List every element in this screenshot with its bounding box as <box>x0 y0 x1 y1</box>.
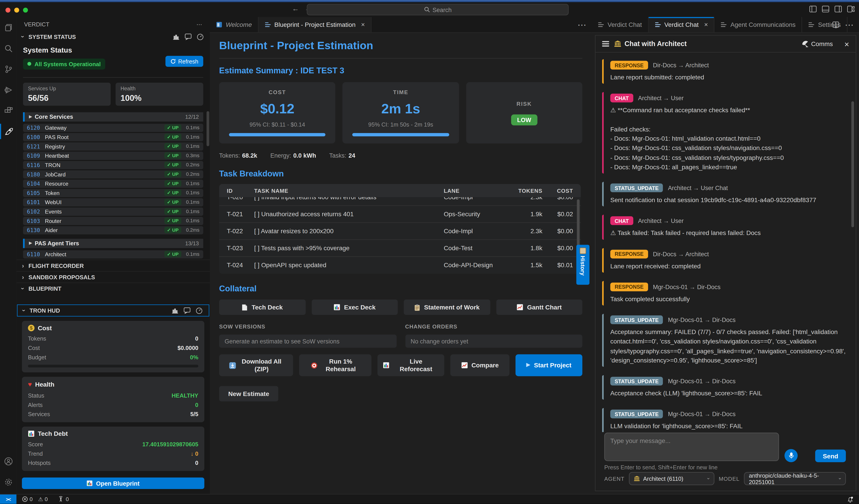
section-flight-recorder[interactable]: › FLIGHT RECORDER <box>16 259 210 271</box>
up-badge: ✓ UP <box>164 199 181 205</box>
errors-indicator[interactable]: 0 <box>22 496 33 502</box>
comment-icon[interactable] <box>183 307 191 314</box>
zoom-window-button[interactable] <box>23 7 28 13</box>
service-row[interactable]: 6121 Registry ✓ UP 0.1ms <box>23 142 204 151</box>
source-control-icon[interactable] <box>0 59 16 79</box>
section-sandbox-proposals[interactable]: › SANDBOX PROPOSALS <box>16 271 210 282</box>
close-icon[interactable]: × <box>844 39 849 48</box>
service-row[interactable]: 6100 PAS Root ✓ UP 0.1ms <box>23 133 204 141</box>
bar-chart-icon[interactable] <box>172 33 180 40</box>
minimize-window-button[interactable] <box>14 7 19 13</box>
compare-button[interactable]: Compare <box>450 354 509 376</box>
comment-icon[interactable] <box>184 33 192 40</box>
message-type-badge: CHAT <box>610 216 633 225</box>
table-row[interactable]: T-024 [ ] OpenAPI spec updated Code-API-… <box>219 256 581 273</box>
section-blueprint[interactable]: › BLUEPRINT <box>16 282 210 294</box>
section-system-status[interactable]: › SYSTEM STATUS <box>16 31 210 42</box>
tab-blueprint-project-estimation[interactable]: Blueprint - Project Estimation × <box>258 17 371 32</box>
send-button[interactable]: Send <box>815 450 846 462</box>
model-select[interactable]: anthropic/claude-haiku-4-5-20251001 › <box>744 472 846 485</box>
explorer-icon[interactable] <box>0 17 16 38</box>
gauge-icon[interactable] <box>196 307 203 314</box>
service-row[interactable]: 6104 Resource ✓ UP 0.1ms <box>23 179 204 188</box>
history-tab[interactable]: History <box>576 245 589 285</box>
message-text: Lane report submitted: completed <box>610 73 846 82</box>
command-center-search[interactable]: Search <box>307 4 569 15</box>
table-row[interactable]: T-022 [ ] Avatar resizes to 200x200 Code… <box>219 222 581 239</box>
run-debug-icon[interactable] <box>0 79 16 100</box>
table-scrollbar[interactable] <box>577 199 579 252</box>
exec-deck-button[interactable]: Exec Deck <box>312 300 398 315</box>
refresh-button[interactable]: Refresh <box>166 56 203 67</box>
extensions-icon[interactable] <box>0 100 16 121</box>
service-row[interactable]: 6110 Architect ✓ UP 0.1ms <box>23 250 204 258</box>
gauge-icon[interactable] <box>197 33 204 40</box>
list-tab-icon <box>598 22 604 27</box>
group-core-services[interactable]: ▶ Core Services 12/12 <box>23 112 204 121</box>
close-tab-icon[interactable]: × <box>361 21 365 28</box>
tab-verdict-chat-1[interactable]: Verdict Chat <box>592 17 648 32</box>
chevron-down-icon: › <box>21 308 27 313</box>
toggle-sidebar-icon[interactable] <box>809 5 817 13</box>
service-row[interactable]: 6102 Events ✓ UP 0.1ms <box>23 207 204 216</box>
close-tab-icon[interactable]: × <box>704 21 708 28</box>
tab-agent-communications[interactable]: Agent Communications <box>714 17 802 32</box>
service-latency: 0.1ms <box>185 218 199 224</box>
message-type-badge: RESPONSE <box>610 249 648 258</box>
table-row[interactable]: T-023 [ ] Tests pass with >95% coverage … <box>219 239 581 256</box>
service-row[interactable]: 6180 JobCard ✓ UP 0.2ms <box>23 170 204 178</box>
section-tron-hud[interactable]: › TRON HUD <box>17 305 209 317</box>
settings-gear-icon[interactable] <box>0 472 16 492</box>
menu-icon[interactable] <box>602 41 609 46</box>
open-blueprint-button[interactable]: Open Blueprint <box>22 478 205 489</box>
table-row[interactable]: T-020 [ ] Invalid input returns 400 with… <box>219 197 581 205</box>
service-row[interactable]: 6101 WebUI ✓ UP 0.1ms <box>23 198 204 206</box>
task-table-body[interactable]: T-020 [ ] Invalid input returns 400 with… <box>219 197 581 274</box>
table-row[interactable]: T-021 [ ] Unauthorized access returns 40… <box>219 205 581 222</box>
toggle-secondary-sidebar-icon[interactable] <box>834 5 842 13</box>
message-input[interactable] <box>604 433 779 461</box>
download-all-button[interactable]: Download All (ZIP) <box>219 354 293 376</box>
tab-verdict-chat-2[interactable]: Verdict Chat × <box>648 17 715 32</box>
tab-welcome[interactable]: Welcome <box>210 17 258 32</box>
close-window-button[interactable] <box>5 7 10 13</box>
warnings-indicator[interactable]: ⚠ 0 <box>38 496 48 502</box>
bar-chart-icon[interactable] <box>171 307 179 314</box>
panel-more-icon[interactable]: ⋯ <box>845 19 854 30</box>
comms-button[interactable]: Comms <box>801 40 833 47</box>
tech-deck-button[interactable]: Tech Deck <box>219 300 305 315</box>
service-row[interactable]: 6120 Gateway ✓ UP 0.1ms <box>23 123 204 132</box>
editor-actions-more-icon[interactable]: ⋯ <box>577 19 586 30</box>
search-sidebar-icon[interactable] <box>0 38 16 59</box>
live-reforecast-button[interactable]: Live Reforecast <box>377 354 444 376</box>
service-name: TRON <box>45 162 164 168</box>
temple-icon <box>634 476 640 481</box>
account-icon[interactable] <box>0 451 16 472</box>
verdict-rocket-icon[interactable] <box>0 121 16 142</box>
remote-indicator[interactable]: >< <box>0 494 16 504</box>
chat-message-list[interactable]: RESPONSE Dir-Docs → Architect Lane repor… <box>601 52 850 432</box>
service-row[interactable]: 6116 TRON ✓ UP 0.2ms <box>23 161 204 169</box>
split-editor-icon[interactable] <box>832 21 839 28</box>
service-row[interactable]: 6105 Token ✓ UP 0.1ms <box>23 189 204 197</box>
agent-select[interactable]: Architect (6110) › <box>629 472 714 485</box>
chat-scrollbar[interactable] <box>852 101 854 227</box>
bell-icon[interactable] <box>847 496 854 502</box>
ports-indicator[interactable]: 0 <box>58 496 69 502</box>
history-back-button[interactable]: ← <box>292 4 299 13</box>
sidebar-more-icon[interactable]: ⋯ <box>196 21 202 27</box>
chat-message: STATUS_UPDATE Mgr-Docs-01 → Dir-Docs Acc… <box>602 314 846 367</box>
mic-button[interactable] <box>784 449 798 462</box>
service-row[interactable]: 6130 Aider ✓ UP 0.2ms <box>23 226 204 234</box>
sidebar-scrollbar[interactable] <box>207 111 209 146</box>
start-project-button[interactable]: ▶ Start Project <box>515 354 582 376</box>
group-pas-agent-tiers[interactable]: ▶ PAS Agent Tiers 13/13 <box>23 239 204 248</box>
service-row[interactable]: 6109 Heartbeat ✓ UP 0.3ms <box>23 151 204 160</box>
layout-customize-icon[interactable] <box>847 5 855 13</box>
run-rehearsal-button[interactable]: Run 1% Rehearsal <box>299 354 371 376</box>
statement-of-work-button[interactable]: Statement of Work <box>404 300 490 315</box>
toggle-panel-icon[interactable] <box>822 5 829 13</box>
new-estimate-button[interactable]: New Estimate <box>219 386 278 401</box>
service-row[interactable]: 6103 Router ✓ UP 0.1ms <box>23 217 204 225</box>
gantt-chart-button[interactable]: Gantt Chart <box>496 300 583 315</box>
